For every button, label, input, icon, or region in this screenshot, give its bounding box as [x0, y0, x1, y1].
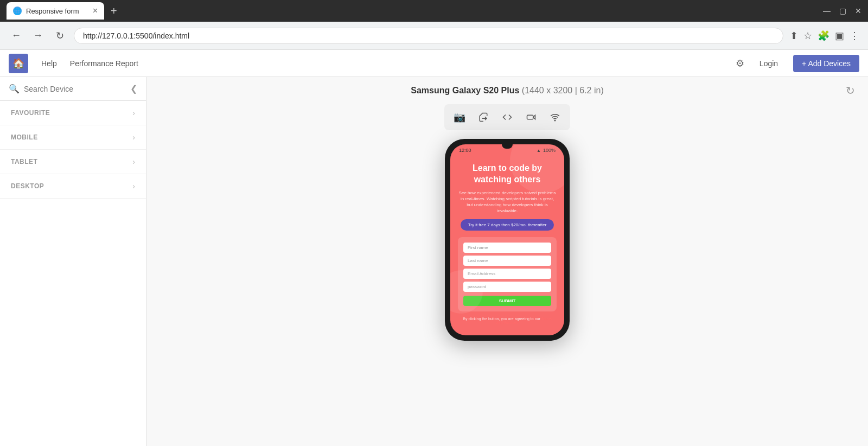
favourite-chevron: › [132, 109, 135, 117]
back-button[interactable]: ← [9, 28, 24, 43]
first-name-field[interactable]: First name [463, 243, 551, 253]
sidebar-collapse-button[interactable]: ❮ [130, 84, 137, 94]
device-name: Samsung Galaxy S20 Plus [411, 86, 519, 95]
sidebar-toggle-icon[interactable]: ▣ [835, 30, 844, 42]
phone-terms: By clicking the button, you are agreeing… [458, 317, 557, 324]
window-controls: — ▢ ✕ [823, 7, 861, 15]
header-nav: Help Performance Report [41, 59, 138, 68]
browser-title-bar: 🌐 Responsive form × + — ▢ ✕ [0, 0, 868, 22]
extension-icon[interactable]: 🧩 [818, 30, 829, 42]
bookmark-icon[interactable]: ☆ [803, 30, 812, 42]
main-content: Samsung Galaxy S20 Plus (1440 x 3200 | 6… [146, 77, 868, 446]
settings-icon[interactable]: ⚙ [736, 58, 744, 69]
nav-performance-report[interactable]: Performance Report [70, 59, 138, 68]
sidebar-item-desktop[interactable]: DESKTOP › [0, 174, 146, 199]
header-actions: ⚙ Login + Add Devices [736, 55, 859, 72]
sidebar-item-tablet[interactable]: TABLET › [0, 150, 146, 174]
sidebar-item-favourite[interactable]: FAVOURITE › [0, 101, 146, 125]
device-specs: (1440 x 3200 | 6.2 in) [522, 86, 604, 95]
menu-icon[interactable]: ⋮ [850, 30, 859, 42]
mobile-chevron: › [132, 133, 135, 142]
tablet-label: TABLET [11, 158, 37, 165]
network-button[interactable] [545, 107, 565, 127]
edit-button[interactable] [474, 107, 493, 127]
sidebar-item-mobile[interactable]: MOBILE › [0, 125, 146, 150]
login-button[interactable]: Login [753, 56, 784, 71]
new-tab-button[interactable]: + [111, 5, 117, 17]
main-layout: 🔍 ❮ FAVOURITE › MOBILE › TABLET › DESKTO… [0, 77, 868, 446]
browser-actions: ⬆ ☆ 🧩 ▣ ⋮ [790, 30, 859, 42]
app-header: 🏠 Help Performance Report ⚙ Login + Add … [0, 50, 868, 77]
address-input[interactable] [74, 28, 783, 44]
tab-favicon: 🌐 [13, 7, 22, 15]
address-bar: ← → ↻ ⬆ ☆ 🧩 ▣ ⋮ [0, 22, 868, 50]
device-title: Samsung Galaxy S20 Plus (1440 x 3200 | 6… [411, 86, 603, 95]
close-button[interactable]: ✕ [855, 7, 861, 15]
app-logo: 🏠 [9, 54, 28, 73]
phone-container: 12:00 ▲ 100% Learn to code by watching o… [445, 139, 570, 341]
maximize-button[interactable]: ▢ [839, 7, 846, 15]
rotate-icon[interactable]: ↻ [846, 84, 855, 97]
last-name-field[interactable]: Last name [463, 256, 551, 266]
tab-close-button[interactable]: × [93, 6, 98, 16]
mobile-label: MOBILE [11, 133, 38, 141]
nav-help[interactable]: Help [41, 59, 57, 68]
desktop-label: DESKTOP [11, 182, 44, 190]
phone-subtext: See how experienced developers solved pr… [458, 190, 557, 214]
reload-button[interactable]: ↻ [52, 28, 67, 43]
minimize-button[interactable]: — [823, 7, 831, 15]
device-header: Samsung Galaxy S20 Plus (1440 x 3200 | 6… [146, 77, 868, 104]
favourite-label: FAVOURITE [11, 109, 50, 117]
sidebar: 🔍 ❮ FAVOURITE › MOBILE › TABLET › DESKTO… [0, 77, 146, 446]
svg-point-2 [554, 120, 556, 121]
tab-title: Responsive form [26, 7, 79, 15]
code-button[interactable] [497, 107, 517, 127]
screenshot-button[interactable]: 📷 [450, 107, 469, 127]
desktop-chevron: › [132, 182, 135, 190]
search-input[interactable] [24, 85, 126, 93]
phone-screen: 12:00 ▲ 100% Learn to code by watching o… [450, 144, 564, 335]
device-toolbar: 📷 [444, 104, 570, 130]
search-box: 🔍 ❮ [0, 77, 146, 101]
browser-tab[interactable]: 🌐 Responsive form × [7, 2, 104, 20]
add-devices-button[interactable]: + Add Devices [793, 55, 859, 72]
share-icon[interactable]: ⬆ [790, 30, 798, 42]
forward-button[interactable]: → [30, 28, 46, 43]
phone-cta-button[interactable]: Try it free 7 days then $20/mo. thereaft… [461, 219, 554, 231]
tablet-chevron: › [132, 157, 135, 166]
search-icon: 🔍 [9, 84, 20, 94]
status-time: 12:00 [459, 148, 471, 153]
record-button[interactable] [521, 107, 541, 127]
phone-mockup: 12:00 ▲ 100% Learn to code by watching o… [445, 139, 570, 341]
svg-rect-0 [527, 115, 533, 119]
home-icon: 🏠 [12, 58, 24, 69]
